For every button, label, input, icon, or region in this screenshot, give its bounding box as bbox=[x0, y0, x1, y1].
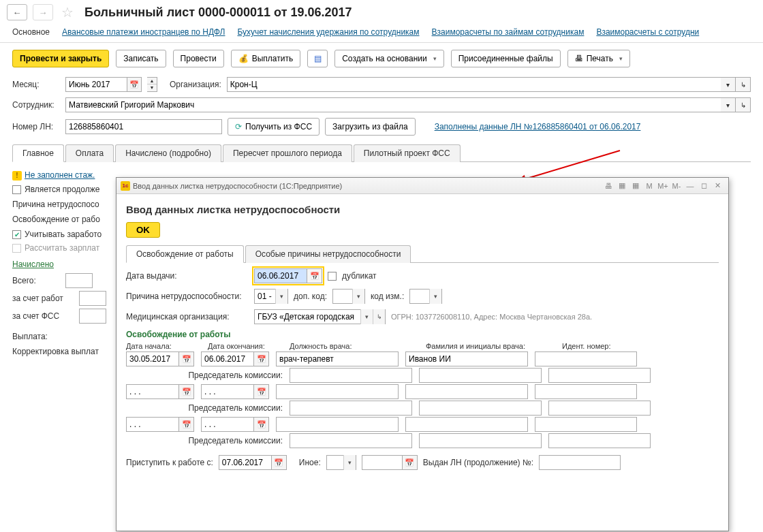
r1-start-cal[interactable]: 📅 bbox=[179, 351, 194, 366]
r2-chair-id-input[interactable] bbox=[548, 401, 651, 416]
cont-ln-input[interactable] bbox=[539, 455, 621, 470]
r2-name-input[interactable] bbox=[405, 384, 528, 399]
report-icon-button[interactable]: ▤ bbox=[307, 50, 328, 67]
issue-date-input[interactable] bbox=[254, 268, 307, 283]
tab-payment[interactable]: Оплата bbox=[65, 144, 114, 162]
other-input[interactable] bbox=[327, 456, 343, 469]
maximize-icon[interactable]: ◻ bbox=[697, 180, 711, 192]
nav-back-button[interactable]: ← bbox=[7, 4, 27, 20]
month-input[interactable] bbox=[65, 77, 127, 92]
attached-files-button[interactable]: Присоединенные файлы bbox=[451, 50, 561, 67]
favorite-star-icon[interactable]: ☆ bbox=[61, 4, 74, 20]
r1-position-input[interactable] bbox=[276, 351, 399, 366]
ln-number-input[interactable] bbox=[65, 119, 222, 134]
warning-link[interactable]: Не заполнен стаж. bbox=[25, 170, 95, 180]
navlink-accounting[interactable]: Бухучет начисления удержания по сотрудни… bbox=[237, 27, 419, 37]
r3-id-input[interactable] bbox=[535, 417, 637, 432]
ok-button[interactable]: OK bbox=[126, 222, 160, 238]
issue-date-cal-icon[interactable]: 📅 bbox=[307, 268, 322, 283]
other-date-cal[interactable]: 📅 bbox=[403, 455, 418, 470]
r3-name-input[interactable] bbox=[405, 417, 528, 432]
return-date-input[interactable] bbox=[219, 455, 272, 470]
r1-end-input[interactable] bbox=[201, 351, 254, 366]
employee-open-button[interactable]: ↳ bbox=[736, 97, 751, 112]
use-earnings-checkbox[interactable]: ✔ bbox=[12, 230, 21, 239]
modal-tab-special[interactable]: Особые причины нетрудоспособности bbox=[245, 245, 411, 263]
tab-fss-pilot[interactable]: Пилотный проект ФСС bbox=[354, 144, 461, 162]
navlink-main[interactable]: Основное bbox=[12, 27, 50, 37]
r3-end-cal[interactable]: 📅 bbox=[254, 417, 269, 432]
r2-chair-pos-input[interactable] bbox=[290, 401, 412, 416]
get-from-fss-button[interactable]: ⟳Получить из ФСС bbox=[228, 118, 320, 136]
post-and-close-button[interactable]: Провести и закрыть bbox=[12, 50, 109, 67]
nav-forward-button[interactable]: → bbox=[33, 4, 53, 20]
r2-start-input[interactable] bbox=[126, 384, 179, 399]
tab-accrued[interactable]: Начислено (подробно) bbox=[115, 144, 221, 162]
tab-main[interactable]: Главное bbox=[12, 144, 64, 162]
r2-id-input[interactable] bbox=[535, 384, 637, 399]
r3-start-input[interactable] bbox=[126, 417, 179, 432]
is-continuation-checkbox[interactable] bbox=[12, 185, 21, 194]
print-button[interactable]: 🖶Печать bbox=[567, 50, 630, 67]
toolbar-print-icon[interactable]: 🖶 bbox=[602, 180, 615, 192]
load-from-file-button[interactable]: Загрузить из файла bbox=[325, 118, 416, 136]
org-dropdown-button[interactable]: ▾ bbox=[721, 77, 736, 92]
r3-chair-pos-input[interactable] bbox=[290, 433, 412, 448]
other-dd[interactable]: ▾ bbox=[343, 455, 356, 470]
fss-part-input[interactable] bbox=[79, 309, 106, 324]
r1-start-input[interactable] bbox=[126, 351, 179, 366]
medorg-dd[interactable]: ▾ bbox=[360, 309, 373, 324]
create-based-button[interactable]: Создать на основании bbox=[334, 50, 444, 67]
r3-chair-name-input[interactable] bbox=[419, 433, 542, 448]
r2-position-input[interactable] bbox=[276, 384, 399, 399]
minimize-icon[interactable]: — bbox=[683, 180, 697, 192]
toolbar-mplus-icon[interactable]: M+ bbox=[656, 180, 670, 192]
total-input[interactable] bbox=[65, 273, 93, 288]
calendar-icon[interactable]: 📅 bbox=[127, 77, 142, 92]
addcode-dd[interactable]: ▾ bbox=[352, 289, 364, 304]
chgcode-input[interactable] bbox=[410, 290, 429, 303]
r1-chair-id-input[interactable] bbox=[548, 368, 651, 383]
post-button[interactable]: Провести bbox=[173, 50, 224, 67]
medorg-open[interactable]: ↳ bbox=[373, 309, 385, 324]
reason-code-dd[interactable]: ▾ bbox=[275, 289, 287, 304]
other-date-input[interactable] bbox=[362, 455, 403, 470]
toolbar-cal1-icon[interactable]: ▦ bbox=[615, 180, 629, 192]
save-button[interactable]: Записать bbox=[116, 50, 166, 67]
employee-dropdown-button[interactable]: ▾ bbox=[721, 97, 736, 112]
navlink-settlements[interactable]: Взаиморасчеты с сотрудни bbox=[596, 27, 699, 37]
addcode-input[interactable] bbox=[333, 290, 352, 303]
r1-chair-name-input[interactable] bbox=[419, 368, 542, 383]
chgcode-dd[interactable]: ▾ bbox=[429, 289, 441, 304]
r2-end-input[interactable] bbox=[201, 384, 254, 399]
r2-chair-name-input[interactable] bbox=[419, 401, 542, 416]
org-open-button[interactable]: ↳ bbox=[736, 77, 751, 92]
r1-chair-pos-input[interactable] bbox=[290, 368, 412, 383]
navlink-loans[interactable]: Взаиморасчеты по займам сотрудникам bbox=[432, 27, 585, 37]
r3-position-input[interactable] bbox=[276, 417, 399, 432]
medorg-input[interactable] bbox=[255, 310, 360, 324]
employer-part-input[interactable] bbox=[79, 291, 106, 306]
toolbar-mminus-icon[interactable]: M- bbox=[670, 180, 683, 192]
employee-input[interactable] bbox=[65, 97, 721, 112]
close-icon[interactable]: ✕ bbox=[711, 180, 724, 192]
navlink-advance[interactable]: Авансовые платежи иностранцев по НДФЛ bbox=[62, 27, 225, 37]
duplicate-checkbox[interactable] bbox=[328, 272, 337, 281]
r1-id-input[interactable] bbox=[535, 351, 637, 366]
modal-tab-release[interactable]: Освобождение от работы bbox=[126, 245, 244, 263]
org-input[interactable] bbox=[227, 77, 721, 92]
tab-recalc[interactable]: Пересчет прошлого периода bbox=[223, 144, 352, 162]
r3-chair-id-input[interactable] bbox=[548, 433, 651, 448]
reason-code-input[interactable] bbox=[255, 290, 275, 303]
toolbar-m-icon[interactable]: M bbox=[642, 180, 656, 192]
return-date-cal[interactable]: 📅 bbox=[272, 455, 287, 470]
toolbar-cal2-icon[interactable]: ▦ bbox=[629, 180, 642, 192]
r2-start-cal[interactable]: 📅 bbox=[179, 384, 194, 399]
r2-end-cal[interactable]: 📅 bbox=[254, 384, 269, 399]
pay-button[interactable]: 💰Выплатить bbox=[231, 50, 301, 67]
r1-end-cal[interactable]: 📅 bbox=[254, 351, 269, 366]
r1-name-input[interactable] bbox=[405, 351, 528, 366]
r3-end-input[interactable] bbox=[201, 417, 254, 432]
ln-data-link[interactable]: Заполнены данные ЛН №126885860401 от 06.… bbox=[435, 122, 641, 131]
r3-start-cal[interactable]: 📅 bbox=[179, 417, 194, 432]
